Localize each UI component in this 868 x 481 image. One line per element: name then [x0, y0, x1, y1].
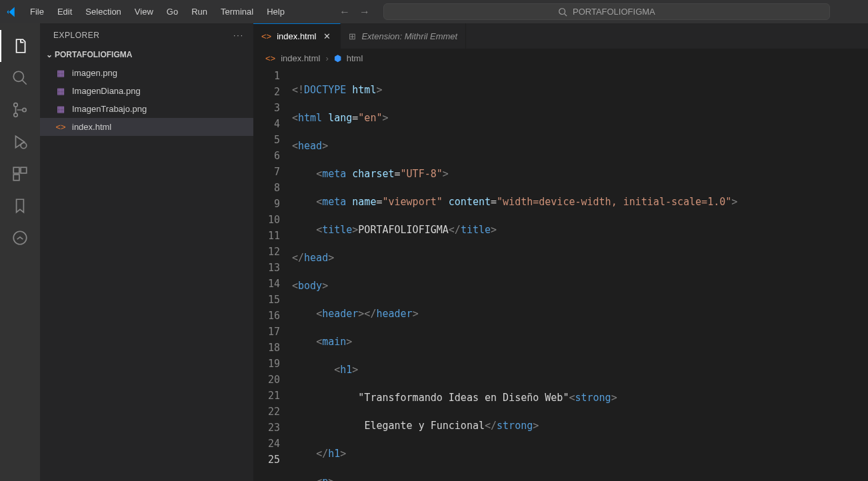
file-item[interactable]: ▦ImagenTrabajo.png	[40, 100, 253, 118]
svg-point-4	[14, 103, 17, 107]
menu-terminal[interactable]: Terminal	[214, 0, 260, 23]
svg-line-1	[565, 14, 567, 17]
svg-line-3	[22, 80, 27, 85]
activity-bookmark-icon[interactable]	[0, 190, 40, 222]
image-file-icon: ▦	[55, 86, 67, 96]
svg-rect-8	[13, 167, 19, 173]
menubar: File Edit Selection View Go Run Terminal…	[23, 0, 291, 23]
svg-point-7	[21, 143, 27, 149]
tab-extension[interactable]: ⊞ Extension: Mithril Emmet	[341, 23, 466, 49]
svg-point-6	[23, 108, 26, 111]
svg-point-5	[14, 113, 17, 117]
menu-go[interactable]: Go	[160, 0, 185, 23]
activity-explorer-icon[interactable]	[0, 30, 40, 62]
svg-point-2	[13, 71, 23, 81]
breadcrumb[interactable]: index.html	[281, 53, 320, 63]
extension-icon: ⊞	[349, 31, 356, 41]
folder-header[interactable]: ⌄ PORTAFOLIOFIGMA	[40, 47, 253, 63]
menu-run[interactable]: Run	[185, 0, 214, 23]
menu-selection[interactable]: Selection	[79, 0, 127, 23]
tab-index-html[interactable]: <> index.html ✕	[253, 23, 341, 49]
html-file-icon: <>	[55, 122, 67, 132]
explorer-title: EXPLORER	[53, 31, 99, 40]
command-center[interactable]: PORTAFOLIOFIGMA	[383, 3, 830, 20]
activity-search-icon[interactable]	[0, 62, 40, 94]
close-icon[interactable]: ✕	[321, 31, 332, 41]
breadcrumb[interactable]: html	[347, 53, 363, 63]
image-file-icon: ▦	[55, 104, 67, 114]
activity-remote-icon[interactable]	[0, 222, 40, 254]
code-editor[interactable]: 1234567891011121314151617181920212223242…	[253, 67, 868, 481]
menu-edit[interactable]: Edit	[51, 0, 79, 23]
chevron-right-icon: ›	[325, 53, 328, 63]
chevron-down-icon: ⌄	[44, 50, 55, 59]
html-file-icon: <>	[265, 53, 275, 63]
activity-scm-icon[interactable]	[0, 94, 40, 126]
svg-point-0	[559, 9, 565, 15]
activity-debug-icon[interactable]	[0, 126, 40, 158]
code-content[interactable]: <!DOCTYPE html> <html lang="en"> <head> …	[292, 67, 868, 481]
menu-file[interactable]: File	[23, 0, 51, 23]
svg-rect-10	[13, 175, 19, 181]
file-item[interactable]: ▦ImagenDiana.png	[40, 82, 253, 100]
nav-forward-icon[interactable]: →	[359, 6, 370, 18]
svg-rect-9	[21, 167, 27, 173]
activity-extensions-icon[interactable]	[0, 158, 40, 190]
symbol-icon: ⬢	[334, 53, 341, 63]
vscode-logo-icon	[0, 6, 23, 18]
search-icon	[558, 7, 567, 17]
menu-help[interactable]: Help	[260, 0, 291, 23]
file-item[interactable]: <>index.html	[40, 118, 253, 136]
file-item[interactable]: ▦imagen.png	[40, 64, 253, 82]
menu-view[interactable]: View	[128, 0, 160, 23]
html-file-icon: <>	[261, 31, 271, 41]
search-text: PORTAFOLIOFIGMA	[573, 7, 655, 17]
explorer-more-icon[interactable]: ···	[233, 31, 244, 40]
image-file-icon: ▦	[55, 68, 67, 78]
line-gutter: 1234567891011121314151617181920212223242…	[253, 67, 292, 481]
nav-back-icon[interactable]: ←	[339, 6, 350, 18]
